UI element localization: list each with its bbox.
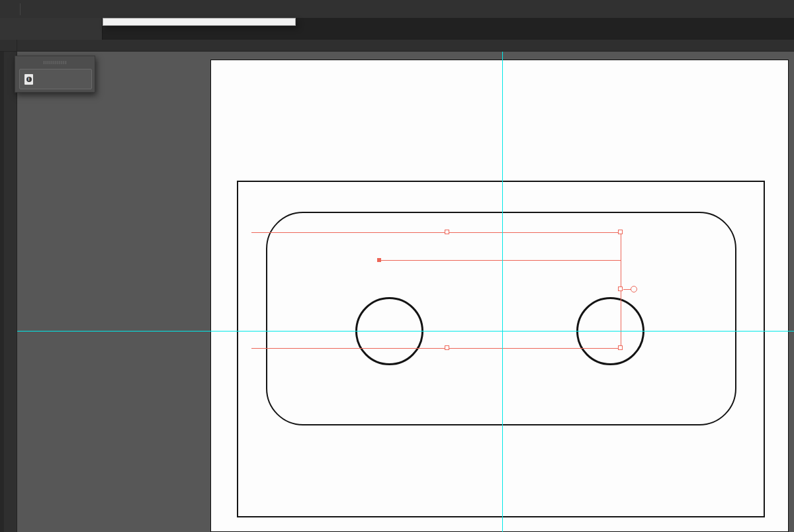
horizontal-guide[interactable] bbox=[17, 331, 794, 332]
selection-handle-top-right[interactable] bbox=[618, 230, 623, 234]
window-left-edge bbox=[0, 52, 4, 532]
selection-handle-right-mid[interactable] bbox=[618, 287, 623, 291]
document-info-button[interactable]: i bbox=[19, 69, 92, 89]
text-baseline-path bbox=[378, 260, 621, 261]
selection-top-edge bbox=[251, 232, 621, 233]
vertical-guide[interactable] bbox=[502, 52, 503, 532]
menubar-divider bbox=[20, 3, 21, 15]
type-dropdown-menu bbox=[103, 18, 296, 26]
ruler-corner-box[interactable] bbox=[0, 40, 17, 52]
rotate-handle-circle[interactable] bbox=[631, 286, 637, 292]
selection-bottom-edge bbox=[251, 348, 621, 349]
selection-handle-bottom-mid[interactable] bbox=[445, 345, 449, 350]
rounded-rectangle-path[interactable] bbox=[266, 212, 736, 425]
text-anchor-point[interactable] bbox=[377, 258, 381, 262]
selection-handle-bottom-right[interactable] bbox=[618, 345, 623, 350]
document-tab[interactable] bbox=[0, 18, 103, 40]
menu-bar bbox=[0, 0, 794, 18]
panel-drag-grip[interactable] bbox=[44, 61, 66, 64]
selection-handle-top-mid[interactable] bbox=[445, 230, 449, 234]
horizontal-ruler[interactable] bbox=[17, 40, 794, 52]
document-info-icon: i bbox=[24, 74, 33, 85]
document-info-panel: i bbox=[15, 56, 95, 93]
